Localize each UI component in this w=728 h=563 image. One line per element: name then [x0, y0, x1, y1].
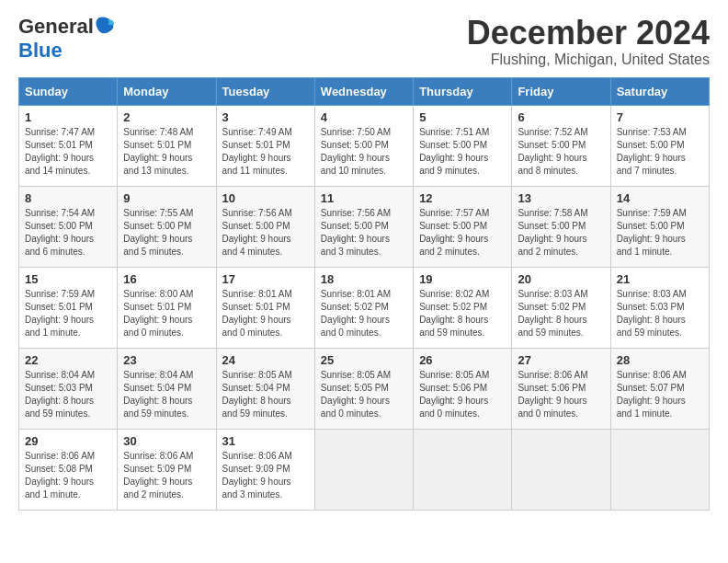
weekday-header: Thursday	[414, 77, 512, 105]
day-info: Sunrise: 7:54 AMSunset: 5:00 PMDaylight:…	[25, 207, 111, 259]
day-info: Sunrise: 8:05 AMSunset: 5:06 PMDaylight:…	[419, 369, 506, 420]
day-number: 13	[518, 191, 604, 205]
calendar-day-cell: 17Sunrise: 8:01 AMSunset: 5:01 PMDayligh…	[216, 267, 314, 348]
day-info: Sunrise: 8:05 AMSunset: 5:05 PMDaylight:…	[321, 369, 407, 420]
calendar-day-cell	[512, 429, 610, 510]
day-number: 27	[518, 353, 604, 367]
day-number: 6	[518, 110, 604, 124]
calendar-day-cell: 18Sunrise: 8:01 AMSunset: 5:02 PMDayligh…	[314, 267, 413, 348]
calendar-day-cell	[414, 429, 512, 510]
logo-icon	[96, 16, 116, 34]
calendar-day-cell: 13Sunrise: 7:58 AMSunset: 5:00 PMDayligh…	[512, 186, 610, 267]
day-info: Sunrise: 8:04 AMSunset: 5:03 PMDaylight:…	[25, 369, 111, 420]
day-number: 15	[25, 272, 111, 286]
day-number: 2	[123, 110, 210, 124]
day-info: Sunrise: 7:48 AMSunset: 5:01 PMDaylight:…	[123, 126, 210, 178]
calendar-day-cell: 10Sunrise: 7:56 AMSunset: 5:00 PMDayligh…	[216, 186, 314, 267]
calendar-day-cell	[314, 429, 413, 510]
day-number: 3	[222, 110, 309, 124]
day-info: Sunrise: 7:47 AMSunset: 5:01 PMDaylight:…	[25, 126, 111, 178]
day-number: 19	[419, 272, 506, 286]
day-info: Sunrise: 7:58 AMSunset: 5:00 PMDaylight:…	[518, 207, 604, 259]
day-number: 14	[617, 191, 703, 205]
day-info: Sunrise: 8:06 AMSunset: 5:09 PMDaylight:…	[123, 450, 210, 501]
day-number: 25	[321, 353, 407, 367]
calendar-day-cell: 21Sunrise: 8:03 AMSunset: 5:03 PMDayligh…	[610, 267, 709, 348]
weekday-header: Saturday	[610, 77, 709, 105]
calendar-day-cell: 11Sunrise: 7:56 AMSunset: 5:00 PMDayligh…	[314, 186, 413, 267]
calendar-day-cell: 27Sunrise: 8:06 AMSunset: 5:06 PMDayligh…	[512, 348, 610, 429]
day-info: Sunrise: 7:53 AMSunset: 5:00 PMDaylight:…	[617, 126, 703, 178]
calendar: SundayMondayTuesdayWednesdayThursdayFrid…	[18, 77, 710, 511]
day-number: 29	[25, 434, 111, 448]
weekday-header: Tuesday	[216, 77, 314, 105]
day-number: 31	[222, 434, 309, 448]
calendar-day-cell: 1Sunrise: 7:47 AMSunset: 5:01 PMDaylight…	[19, 105, 118, 186]
day-number: 24	[222, 353, 309, 367]
logo-blue: Blue	[18, 39, 63, 63]
day-info: Sunrise: 7:52 AMSunset: 5:00 PMDaylight:…	[518, 126, 604, 178]
calendar-day-cell	[610, 429, 709, 510]
day-info: Sunrise: 8:06 AMSunset: 5:06 PMDaylight:…	[518, 369, 604, 420]
calendar-day-cell: 7Sunrise: 7:53 AMSunset: 5:00 PMDaylight…	[610, 105, 709, 186]
calendar-week-row: 15Sunrise: 7:59 AMSunset: 5:01 PMDayligh…	[19, 267, 710, 348]
day-number: 1	[25, 110, 111, 124]
calendar-day-cell: 22Sunrise: 8:04 AMSunset: 5:03 PMDayligh…	[19, 348, 118, 429]
weekday-header: Friday	[512, 77, 610, 105]
day-info: Sunrise: 7:57 AMSunset: 5:00 PMDaylight:…	[419, 207, 506, 259]
calendar-header-row: SundayMondayTuesdayWednesdayThursdayFrid…	[19, 77, 710, 105]
day-info: Sunrise: 7:56 AMSunset: 5:00 PMDaylight:…	[321, 207, 407, 259]
day-info: Sunrise: 7:59 AMSunset: 5:00 PMDaylight:…	[617, 207, 703, 259]
calendar-day-cell: 16Sunrise: 8:00 AMSunset: 5:01 PMDayligh…	[118, 267, 216, 348]
day-info: Sunrise: 7:50 AMSunset: 5:00 PMDaylight:…	[321, 126, 407, 178]
calendar-week-row: 22Sunrise: 8:04 AMSunset: 5:03 PMDayligh…	[19, 348, 710, 429]
calendar-day-cell: 3Sunrise: 7:49 AMSunset: 5:01 PMDaylight…	[216, 105, 314, 186]
day-info: Sunrise: 8:04 AMSunset: 5:04 PMDaylight:…	[123, 369, 210, 420]
day-number: 10	[222, 191, 309, 205]
logo: General Blue	[18, 15, 116, 63]
day-info: Sunrise: 8:05 AMSunset: 5:04 PMDaylight:…	[222, 369, 309, 420]
day-info: Sunrise: 8:00 AMSunset: 5:01 PMDaylight:…	[123, 288, 210, 339]
day-number: 16	[123, 272, 210, 286]
day-number: 21	[617, 272, 703, 286]
day-info: Sunrise: 8:02 AMSunset: 5:02 PMDaylight:…	[419, 288, 506, 339]
day-number: 28	[617, 353, 703, 367]
calendar-day-cell: 2Sunrise: 7:48 AMSunset: 5:01 PMDaylight…	[118, 105, 216, 186]
page-title: December 2024	[467, 15, 710, 52]
day-info: Sunrise: 8:01 AMSunset: 5:01 PMDaylight:…	[222, 288, 309, 339]
calendar-day-cell: 31Sunrise: 8:06 AMSunset: 9:09 PMDayligh…	[216, 429, 314, 510]
day-number: 9	[123, 191, 210, 205]
day-number: 30	[123, 434, 210, 448]
calendar-day-cell: 25Sunrise: 8:05 AMSunset: 5:05 PMDayligh…	[314, 348, 413, 429]
weekday-header: Monday	[118, 77, 216, 105]
day-number: 4	[321, 110, 407, 124]
logo-general: General	[18, 15, 94, 39]
calendar-day-cell: 19Sunrise: 8:02 AMSunset: 5:02 PMDayligh…	[414, 267, 512, 348]
day-number: 17	[222, 272, 309, 286]
calendar-day-cell: 28Sunrise: 8:06 AMSunset: 5:07 PMDayligh…	[610, 348, 709, 429]
calendar-day-cell: 6Sunrise: 7:52 AMSunset: 5:00 PMDaylight…	[512, 105, 610, 186]
calendar-day-cell: 15Sunrise: 7:59 AMSunset: 5:01 PMDayligh…	[19, 267, 118, 348]
day-number: 11	[321, 191, 407, 205]
calendar-week-row: 29Sunrise: 8:06 AMSunset: 5:08 PMDayligh…	[19, 429, 710, 510]
day-number: 23	[123, 353, 210, 367]
day-info: Sunrise: 7:51 AMSunset: 5:00 PMDaylight:…	[419, 126, 506, 178]
day-number: 20	[518, 272, 604, 286]
calendar-day-cell: 23Sunrise: 8:04 AMSunset: 5:04 PMDayligh…	[118, 348, 216, 429]
header: General Blue December 2024 Flushing, Mic…	[18, 15, 710, 68]
day-number: 7	[617, 110, 703, 124]
day-number: 12	[419, 191, 506, 205]
calendar-day-cell: 14Sunrise: 7:59 AMSunset: 5:00 PMDayligh…	[610, 186, 709, 267]
day-info: Sunrise: 8:06 AMSunset: 9:09 PMDaylight:…	[222, 450, 309, 501]
calendar-week-row: 8Sunrise: 7:54 AMSunset: 5:00 PMDaylight…	[19, 186, 710, 267]
weekday-header: Wednesday	[314, 77, 413, 105]
calendar-day-cell: 8Sunrise: 7:54 AMSunset: 5:00 PMDaylight…	[19, 186, 118, 267]
calendar-day-cell: 20Sunrise: 8:03 AMSunset: 5:02 PMDayligh…	[512, 267, 610, 348]
day-info: Sunrise: 7:59 AMSunset: 5:01 PMDaylight:…	[25, 288, 111, 339]
calendar-day-cell: 24Sunrise: 8:05 AMSunset: 5:04 PMDayligh…	[216, 348, 314, 429]
weekday-header: Sunday	[19, 77, 118, 105]
day-info: Sunrise: 7:55 AMSunset: 5:00 PMDaylight:…	[123, 207, 210, 259]
day-number: 26	[419, 353, 506, 367]
calendar-week-row: 1Sunrise: 7:47 AMSunset: 5:01 PMDaylight…	[19, 105, 710, 186]
day-info: Sunrise: 8:03 AMSunset: 5:02 PMDaylight:…	[518, 288, 604, 339]
